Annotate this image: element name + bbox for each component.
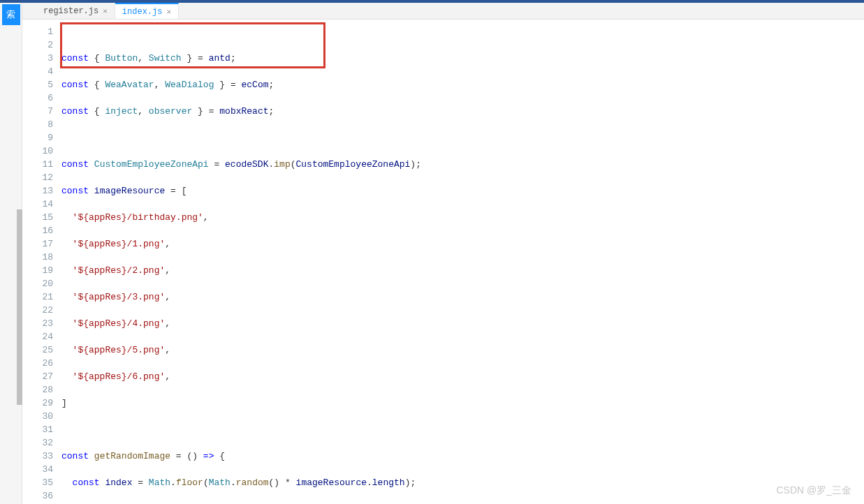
line-number: 31 xyxy=(22,423,53,436)
line-number: 33 xyxy=(22,450,53,463)
line-number: 12 xyxy=(22,171,53,184)
line-number: 22 xyxy=(22,304,53,317)
line-number: 6 xyxy=(22,91,53,105)
line-number: 8 xyxy=(22,118,53,131)
line-number: 19 xyxy=(22,264,53,277)
line-number: 14 xyxy=(22,198,53,211)
line-number: 5 xyxy=(22,78,53,91)
code-editor[interactable]: 1234567891011121314151617181920212223242… xyxy=(22,20,864,504)
line-number: 16 xyxy=(22,224,53,237)
line-number: 32 xyxy=(22,436,53,450)
tab-register-js[interactable]: register.js ✕ xyxy=(36,3,115,19)
line-number: 10 xyxy=(22,144,53,158)
tab-index-js[interactable]: index.js ✕ xyxy=(115,3,179,19)
line-number: 11 xyxy=(22,158,53,171)
code-content[interactable]: const { Button, Switch } = antd; const {… xyxy=(61,20,864,504)
line-number: 26 xyxy=(22,357,53,370)
line-number-gutter: 1234567891011121314151617181920212223242… xyxy=(22,20,61,504)
watermark-text: CSDN @罗_三金 xyxy=(776,484,851,497)
line-number: 15 xyxy=(22,211,53,224)
sidebar-scrollbar-thumb[interactable] xyxy=(17,209,22,405)
line-number: 23 xyxy=(22,317,53,330)
line-number: 27 xyxy=(22,370,53,383)
editor-tabs: register.js ✕ index.js ✕ xyxy=(22,3,864,20)
line-number: 20 xyxy=(22,277,53,290)
line-number: 34 xyxy=(22,463,53,476)
line-number: 13 xyxy=(22,184,53,198)
line-number: 4 xyxy=(22,65,53,78)
line-number: 35 xyxy=(22,476,53,489)
line-number: 17 xyxy=(22,237,53,251)
line-number: 29 xyxy=(22,396,53,410)
line-number: 7 xyxy=(22,105,53,118)
line-number: 24 xyxy=(22,330,53,343)
close-icon[interactable]: ✕ xyxy=(103,6,108,15)
line-number: 2 xyxy=(22,38,53,52)
tab-label: register.js xyxy=(43,6,98,16)
line-number: 25 xyxy=(22,343,53,357)
line-number: 36 xyxy=(22,489,53,503)
close-icon[interactable]: ✕ xyxy=(166,7,171,16)
line-number: 1 xyxy=(22,25,53,38)
line-number: 30 xyxy=(22,410,53,423)
search-button[interactable]: 索 xyxy=(2,4,20,25)
line-number: 21 xyxy=(22,290,53,304)
left-sidebar: 索 xyxy=(0,3,22,504)
line-number: 18 xyxy=(22,251,53,264)
tab-label: index.js xyxy=(122,7,163,17)
line-number: 3 xyxy=(22,52,53,65)
line-number: 28 xyxy=(22,383,53,396)
line-number: 9 xyxy=(22,131,53,144)
